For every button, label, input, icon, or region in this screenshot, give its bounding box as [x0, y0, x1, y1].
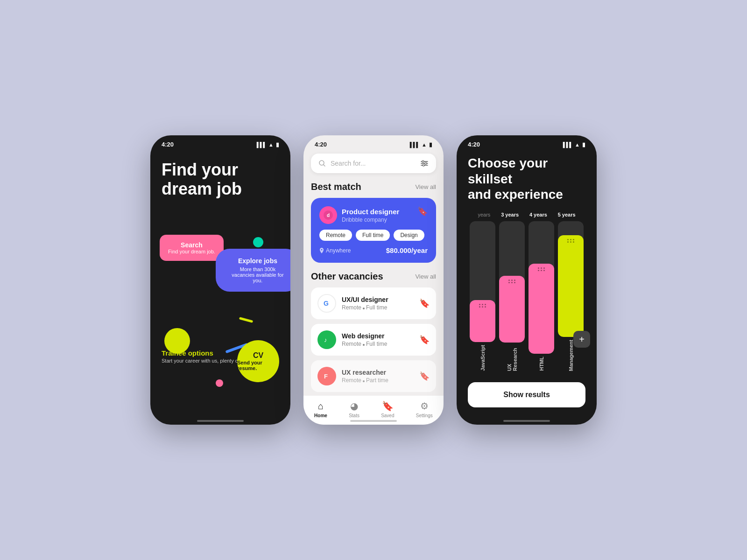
phone-3-status-bar: 4:20	[457, 135, 597, 151]
years-labels: years 3 years 4 years 5 years	[468, 212, 585, 217]
google-logo: G	[317, 294, 336, 313]
phone-1-content: Find your dream job Search Find your dre…	[150, 151, 290, 420]
phone-1-status-icons	[257, 141, 279, 148]
year-label-4: 4 years	[529, 212, 547, 217]
vacancy-item-3[interactable]: F UX researcher RemotePart time 🔖	[311, 360, 436, 392]
phone-1-status-bar: 4:20	[150, 135, 290, 151]
best-match-card[interactable]: d Product designer Dribbble company 🔖 Re…	[311, 198, 436, 263]
svg-point-6	[425, 162, 427, 164]
search-placeholder: Search for...	[331, 160, 416, 167]
phones-container: 4:20 Find your dream job Search Find you…	[132, 117, 615, 443]
card-footer: Anywhere $80.000/year	[319, 246, 428, 254]
skill-label-js: JavaScript	[480, 345, 486, 371]
vacancy-item-2[interactable]: ♪ Web designer RemoteFull time 🔖	[311, 324, 436, 356]
nav-settings[interactable]: ⚙ Settings	[416, 400, 433, 418]
card-location: Anywhere	[319, 247, 351, 254]
bar-javascript: JavaScript	[470, 221, 495, 371]
show-results-button[interactable]: Show results	[468, 382, 585, 407]
nav-home[interactable]: ⌂ Home	[314, 401, 327, 418]
wifi-icon	[268, 141, 274, 148]
svg-line-1	[324, 165, 325, 166]
search-card[interactable]: Search Find your dream job.	[160, 235, 224, 261]
view-all-best-match[interactable]: View all	[415, 183, 436, 190]
phone-1-time: 4:20	[162, 141, 174, 148]
wifi-icon-3	[575, 141, 580, 148]
home-indicator-1	[197, 420, 244, 422]
other-vacancies-title: Other vacancies	[311, 271, 383, 282]
bars-container: JavaScript UX Research	[468, 221, 585, 371]
skill-label-management: Management	[568, 340, 574, 371]
bookmark-icon-card[interactable]: 🔖	[417, 206, 428, 217]
vacancy-info-3: UX researcher RemotePart time	[342, 369, 414, 384]
phone-2-status-bar: 4:20	[303, 135, 444, 151]
settings-nav-icon: ⚙	[420, 400, 429, 412]
search-bar[interactable]: Search for...	[311, 154, 436, 173]
add-skill-button[interactable]: +	[573, 331, 590, 348]
tag-fulltime[interactable]: Full time	[356, 230, 390, 241]
skillset-title: Choose your skillset and experience	[468, 155, 585, 203]
skill-label-html: HTML	[539, 357, 544, 371]
home-indicator-2	[350, 420, 397, 422]
card-company-info: d Product designer Dribbble company	[319, 206, 399, 224]
home-indicator-3	[503, 420, 550, 422]
bookmark-icon-v2[interactable]: 🔖	[419, 335, 430, 345]
card-job-info: Product designer Dribbble company	[342, 208, 399, 223]
tag-design[interactable]: Design	[394, 230, 424, 241]
best-match-title: Best match	[311, 182, 361, 192]
battery-icon-2	[429, 141, 432, 148]
cv-card[interactable]: CV Send your resume.	[237, 340, 279, 382]
other-vacancies-header: Other vacancies View all	[311, 271, 436, 282]
vacancy-info-1: UX/UI designer RemoteFull time	[342, 296, 414, 311]
headline: Find your dream job	[162, 160, 279, 199]
svg-text:F: F	[324, 373, 328, 380]
card-salary: $80.000/year	[386, 246, 428, 254]
explore-card[interactable]: Explore jobs More than 300k vacancies av…	[216, 249, 290, 292]
phone-3-status-icons	[563, 141, 585, 148]
svg-point-7	[423, 164, 424, 166]
phone-3-content: Choose your skillset and experience year…	[457, 151, 597, 420]
skill-label-ux: UX Research	[507, 345, 518, 371]
battery-icon-3	[582, 141, 585, 148]
tag-remote[interactable]: Remote	[319, 230, 352, 241]
svg-point-11	[321, 249, 323, 250]
battery-icon	[276, 141, 279, 148]
year-label-5: 5 years	[558, 212, 576, 217]
vacancy-item-1[interactable]: G UX/UI designer RemoteFull time 🔖	[311, 287, 436, 319]
phone-2-content: Search for... Best match View all	[303, 151, 444, 420]
nav-stats[interactable]: ◕ Stats	[349, 400, 359, 418]
bookmark-icon-v1[interactable]: 🔖	[419, 298, 430, 308]
best-match-header: Best match View all	[311, 182, 436, 192]
teal-dot-decoration	[253, 237, 263, 247]
card-top: d Product designer Dribbble company 🔖	[319, 206, 428, 224]
bar-html: HTML	[529, 221, 554, 371]
phone-2-time: 4:20	[315, 141, 327, 148]
year-label-0: years	[478, 212, 490, 217]
search-icon	[318, 160, 326, 167]
signal-icon-3	[563, 141, 572, 148]
stats-nav-icon: ◕	[350, 400, 358, 412]
phone-3: 4:20 Choose your skillset and experience…	[457, 135, 597, 425]
saved-nav-icon: 🔖	[382, 400, 394, 412]
vacancy-info-2: Web designer RemoteFull time	[342, 332, 414, 347]
nav-saved[interactable]: 🔖 Saved	[381, 400, 394, 418]
phone-2: 4:20 Search for...	[303, 135, 444, 425]
filter-icon[interactable]	[420, 159, 429, 168]
yellow-line-decoration	[239, 317, 253, 323]
year-label-3: 3 years	[501, 212, 519, 217]
phone-2-status-icons	[410, 141, 432, 148]
pink-dot-decoration	[216, 379, 223, 387]
phone-3-time: 4:20	[468, 141, 480, 148]
wifi-icon-2	[422, 141, 427, 148]
spotify-logo: ♪	[317, 330, 336, 349]
tag-row: Remote Full time Design	[319, 230, 428, 241]
phone-1: 4:20 Find your dream job Search Find you…	[150, 135, 290, 425]
svg-text:d: d	[327, 213, 330, 218]
view-all-vacancies[interactable]: View all	[415, 273, 436, 280]
bar-ux-research: UX Research	[499, 221, 525, 371]
bar-management: Management	[558, 221, 584, 371]
dribbble-logo: d	[319, 206, 337, 224]
bookmark-icon-v3[interactable]: 🔖	[419, 371, 430, 381]
svg-text:♪: ♪	[324, 336, 327, 343]
svg-text:G: G	[324, 300, 329, 307]
signal-icon-2	[410, 141, 419, 148]
